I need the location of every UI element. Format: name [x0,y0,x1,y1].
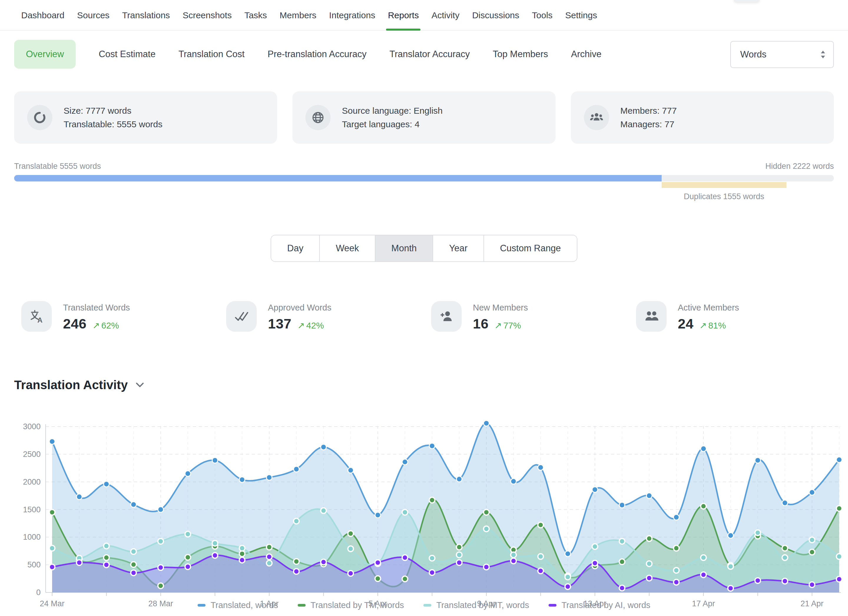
nav-item-tools[interactable]: Tools [532,0,553,31]
svg-text:A: A [37,316,42,324]
nav-item-tasks[interactable]: Tasks [245,0,267,31]
progress-ring-icon [27,105,52,130]
stat-delta: ↗42% [297,320,324,331]
trend-up-icon: ↗ [92,320,100,331]
stat-value: 246 [63,316,87,332]
tab-archive[interactable]: Archive [571,49,601,59]
nav-item-reports[interactable]: Reports [388,0,419,31]
section-title: Translation Activity [14,378,128,392]
translatable-line: Translatable: 5555 words [64,117,163,131]
svg-text:2000: 2000 [23,478,41,486]
user-plus-icon [431,301,462,332]
stat-label: Approved Words [268,303,331,313]
legend-swatch-translated [197,604,206,607]
stat-delta-value: 77% [503,321,521,331]
tab-translation-cost[interactable]: Translation Cost [178,49,245,59]
stat-delta-value: 42% [306,321,324,331]
tab-cost-estimate[interactable]: Cost Estimate [99,49,156,59]
duplicates-segment [662,182,786,188]
range-year[interactable]: Year [433,235,483,261]
kpi-stats: A Translated Words 246 ↗62% Approved Wor… [21,301,841,332]
legend-swatch-mt [423,604,431,607]
translation-activity-chart[interactable]: 05001000150020002500300024 Mar28 Mar1 Ap… [0,407,848,613]
people-group-icon [584,105,609,130]
range-month[interactable]: Month [375,235,433,261]
target-languages-line: Target languages: 4 [342,117,443,131]
translatable-segment [14,175,662,181]
members-card: Members: 777 Managers: 77 [571,91,834,144]
tab-translator-accuracy[interactable]: Translator Accuracy [390,49,470,59]
new-members-stat: New Members 16 ↗77% [431,301,636,332]
approved-words-stat: Approved Words 137 ↗42% [226,301,431,332]
legend-label: Translated by TM, words [311,600,404,610]
chevron-down-icon[interactable] [135,382,144,388]
nav-item-dashboard[interactable]: Dashboard [21,0,64,31]
nav-item-members[interactable]: Members [280,0,317,31]
legend-label: Translated, words [211,600,278,610]
stat-label: New Members [473,303,528,313]
tab-pre-translation-accuracy[interactable]: Pre-translation Accuracy [268,49,366,59]
tab-overview[interactable]: Overview [14,40,76,69]
legend-translated[interactable]: Translated, words [197,600,278,610]
stat-delta: ↗62% [92,320,119,331]
date-range-tabs: Day Week Month Year Custom Range [0,235,848,262]
svg-text:1000: 1000 [23,533,41,542]
svg-text:500: 500 [27,560,41,569]
trend-up-icon: ↗ [699,320,707,331]
chart-legend: Translated, words Translated by TM, word… [0,600,848,610]
range-day[interactable]: Day [271,235,319,261]
units-select[interactable]: Words [730,41,834,68]
globe-icon [305,105,331,130]
project-summary-cards: Size: 7777 words Translatable: 5555 word… [14,91,834,144]
range-custom-range[interactable]: Custom Range [483,235,577,261]
nav-item-sources[interactable]: Sources [77,0,110,31]
languages-card: Source language: English Target language… [292,91,555,144]
select-arrows-icon [820,50,826,59]
translate-icon: A [21,301,52,332]
duplicates-label: Duplicates 1555 words [662,192,786,201]
svg-text:0: 0 [36,588,41,597]
active-members-stat: Active Members 24 ↗81% [636,301,841,332]
units-select-value: Words [740,49,766,60]
svg-text:3000: 3000 [23,422,41,431]
nav-item-activity[interactable]: Activity [431,0,459,31]
size-line: Size: 7777 words [64,104,163,117]
double-check-icon [226,301,257,332]
reports-tabs: Overview Cost Estimate Translation Cost … [14,40,602,69]
nav-item-translations[interactable]: Translations [122,0,170,31]
legend-label: Translated by AI, words [562,600,651,610]
trend-up-icon: ↗ [494,320,502,331]
legend-label: Translated by MT, words [436,600,529,610]
nav-item-discussions[interactable]: Discussions [472,0,519,31]
trend-up-icon: ↗ [297,320,305,331]
stat-delta-value: 62% [101,321,119,331]
stat-value: 24 [678,316,694,332]
members-line: Members: 777 [620,104,677,117]
users-icon [636,301,667,332]
managers-line: Managers: 77 [620,117,677,131]
nav-item-settings[interactable]: Settings [565,0,597,31]
source-language-line: Source language: English [342,104,443,117]
stat-label: Active Members [678,303,739,313]
project-size-card: Size: 7777 words Translatable: 5555 word… [14,91,277,144]
main-nav: Dashboard Sources Translations Screensho… [21,0,836,31]
legend-translated-by-ai[interactable]: Translated by AI, words [549,600,651,610]
translatable-label: Translatable 5555 words [14,162,101,171]
legend-swatch-ai [549,604,556,607]
translated-words-stat: A Translated Words 246 ↗62% [21,301,226,332]
legend-swatch-tm [298,604,305,607]
legend-translated-by-mt[interactable]: Translated by MT, words [423,600,529,610]
tab-top-members[interactable]: Top Members [492,49,548,59]
range-week[interactable]: Week [319,235,375,261]
nav-item-screenshots[interactable]: Screenshots [182,0,232,31]
legend-translated-by-tm[interactable]: Translated by TM, words [298,600,404,610]
hidden-label: Hidden 2222 words [765,162,834,171]
stat-value: 137 [268,316,292,332]
stat-label: Translated Words [63,303,130,313]
stat-delta: ↗81% [699,320,726,331]
svg-text:2500: 2500 [23,450,41,459]
words-progress-bar [14,175,834,181]
stat-delta: ↗77% [494,320,521,331]
nav-item-integrations[interactable]: Integrations [329,0,375,31]
stat-delta-value: 81% [708,321,726,331]
